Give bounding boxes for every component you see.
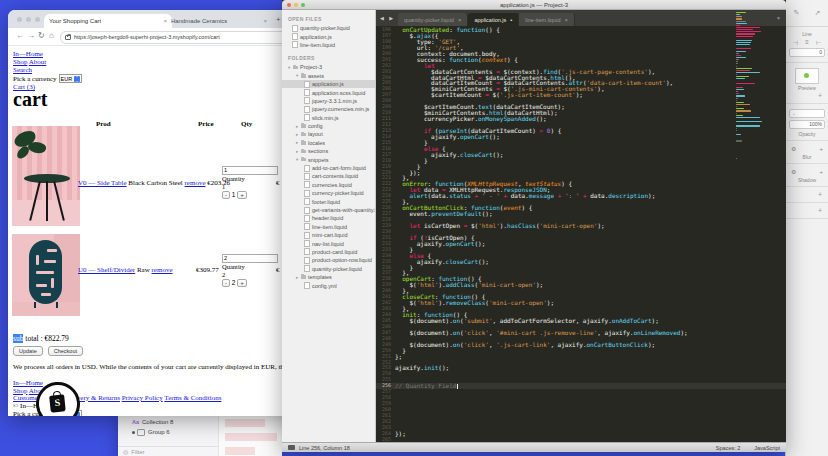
tab-close-icon[interactable]: × xyxy=(257,18,267,24)
product-image-shelf-divider[interactable] xyxy=(12,234,80,316)
tab-overflow-icon[interactable]: ▼ xyxy=(776,15,786,26)
tree-item-cart-contents.liquid[interactable]: cart-contents.liquid xyxy=(282,172,375,180)
tree-item-nav-list.liquid[interactable]: nav-list.liquid xyxy=(282,239,375,247)
align-center-icon[interactable]: ≡ xyxy=(805,39,809,46)
sketch-layer-Collection 8[interactable]: AaCollection 8 xyxy=(118,417,218,427)
editor-tab-quantity-picker.liquid[interactable]: quantity-picker.liquid× xyxy=(398,13,468,26)
checkout-button[interactable]: Checkout xyxy=(48,346,83,356)
open-file-quantity-picker.liquid[interactable]: quantity-picker.liquid xyxy=(282,24,375,32)
remove-link[interactable]: remove xyxy=(152,266,173,274)
tree-item-currencies.liquid[interactable]: currencies.liquid xyxy=(282,181,375,189)
forward-icon[interactable]: → xyxy=(27,31,35,40)
product-title-link[interactable]: V0 — Side Table xyxy=(78,179,127,187)
tree-item-quantity-picker.liquid[interactable]: quantity-picker.liquid xyxy=(282,265,375,273)
quantity-input[interactable] xyxy=(222,254,278,263)
currency-select[interactable]: EUR⌃⌄ xyxy=(59,74,82,83)
minimap-line xyxy=(736,12,746,13)
tab-scroll-icons[interactable]: ◀ ▶ xyxy=(376,15,398,26)
tree-item-Project-3[interactable]: ▾Project-3 xyxy=(282,63,375,71)
nav-home-link[interactable]: In—Home xyxy=(13,50,43,58)
tree-item-jquery-3.3.1.min.js[interactable]: jquery-3.3.1.min.js xyxy=(282,97,375,105)
tree-item-get-variants-with-quantity.liquid[interactable]: get-variants-with-quantity.liquid xyxy=(282,206,375,214)
update-button[interactable]: Update xyxy=(13,346,43,356)
tree-item-application.scss.liquid[interactable]: application.scss.liquid xyxy=(282,88,375,96)
tab-close-icon[interactable]: × xyxy=(565,17,569,23)
syntax-mode[interactable]: JavaScript xyxy=(754,445,780,451)
open-file-line-item.liquid[interactable]: line-item.liquid xyxy=(282,41,375,49)
tree-item-sections[interactable]: ▸sections xyxy=(282,147,375,155)
code-token: init xyxy=(424,364,438,371)
style-dropdown[interactable]: ⌄ xyxy=(789,109,825,118)
product-title-link[interactable]: U0 — Shelf/Divider xyxy=(78,266,135,274)
tree-item-header.liquid[interactable]: header.liquid xyxy=(282,214,375,222)
sketch-layer-Group 6[interactable]: Group 6 xyxy=(118,427,218,437)
add-shadow-button[interactable]: + xyxy=(819,169,823,175)
line-total: € xyxy=(276,179,280,187)
minimap-line xyxy=(736,117,760,118)
code-token: ); xyxy=(536,281,543,288)
tree-item-slick.min.js[interactable]: slick.min.js xyxy=(282,114,375,122)
browser-tab-2[interactable]: Handmade Ceramics× xyxy=(166,14,272,28)
quantity-increase-button[interactable]: + xyxy=(237,279,246,287)
gear-icon[interactable]: ⚙ xyxy=(791,145,796,152)
status-icon[interactable] xyxy=(288,445,295,450)
opacity-field[interactable]: 100% xyxy=(789,120,825,129)
editor-tab-application.js[interactable]: application.js• xyxy=(468,13,519,26)
quantity-input[interactable] xyxy=(222,166,278,175)
nav-shop-link[interactable]: Shop xyxy=(13,58,27,66)
minimap[interactable] xyxy=(736,12,762,162)
nav-about-link[interactable]: About xyxy=(29,58,47,66)
tree-item-templates[interactable]: ▸templates xyxy=(282,273,375,281)
tree-item-product-option-row.liquid[interactable]: product-option-row.liquid xyxy=(282,256,375,264)
minimap-line xyxy=(736,63,738,64)
product-image-side-table[interactable] xyxy=(12,126,80,226)
tree-item-application.js[interactable]: application.js xyxy=(282,80,375,88)
tree-item-footer.liquid[interactable]: footer.liquid xyxy=(282,197,375,205)
tree-item-config.yml[interactable]: config.yml xyxy=(282,281,375,289)
window-controls[interactable] xyxy=(17,17,40,22)
tree-item-assets[interactable]: ▾assets xyxy=(282,72,375,80)
add-style-button[interactable]: + xyxy=(789,91,825,100)
tree-item-currency-picker.liquid[interactable]: currency-picker.liquid xyxy=(282,189,375,197)
reload-icon[interactable]: ↻ xyxy=(38,31,45,40)
vector-icon[interactable]: ↗ xyxy=(815,9,821,17)
code-token: onMoneySpanAdded xyxy=(478,115,536,122)
align-right-icon[interactable]: ⊢ xyxy=(816,39,821,46)
tree-item-mini-cart.liquid[interactable]: mini-cart.liquid xyxy=(282,231,375,239)
add-section-button[interactable]: + xyxy=(789,190,825,199)
browser-tab-1[interactable]: Your Shopping Cart× xyxy=(44,14,172,28)
pencil-icon[interactable]: ✎ xyxy=(794,9,800,17)
tab-close-icon[interactable]: × xyxy=(458,17,462,23)
sketch-filter-bar[interactable]: ◎ Filter xyxy=(118,446,223,456)
new-tab-button[interactable]: + xyxy=(276,15,281,24)
quantity-decrease-button[interactable]: - xyxy=(222,279,230,287)
tree-item-line-item.liquid[interactable]: line-item.liquid xyxy=(282,223,375,231)
inspector-number-field[interactable]: 0 xyxy=(789,48,825,57)
footer-link[interactable]: Terms & Conditions xyxy=(164,394,221,402)
back-icon[interactable]: ← xyxy=(16,31,24,40)
tree-item-config[interactable]: ▸config xyxy=(282,122,375,130)
quantity-increase-button[interactable]: + xyxy=(237,191,246,199)
code-area[interactable]: 196 onCartUpdated: function() {197 $.aja… xyxy=(376,26,786,443)
add-section-button[interactable]: + xyxy=(789,206,825,215)
remove-link[interactable]: remove xyxy=(185,179,206,187)
footer-link[interactable]: Privacy Policy xyxy=(122,394,163,402)
editor-pane[interactable]: ◀ ▶ quantity-picker.liquid×application.j… xyxy=(376,10,786,443)
add-blur-button[interactable]: + xyxy=(819,146,823,152)
tree-item-snippets[interactable]: ▾snippets xyxy=(282,155,375,163)
code-text: $(document).on('click', '#mini-cart .js-… xyxy=(395,330,688,336)
indent-setting[interactable]: Spaces: 2 xyxy=(716,445,740,451)
align-left-icon[interactable]: ⊣ xyxy=(793,39,798,46)
editor-tab-line-item.liquid[interactable]: line-item.liquid× xyxy=(519,13,575,26)
home-icon[interactable]: ⌂ xyxy=(49,31,54,40)
gear-icon[interactable]: ⚙ xyxy=(791,168,796,175)
tree-item-layout[interactable]: ▸layout xyxy=(282,130,375,138)
open-file-application.js[interactable]: application.js xyxy=(282,32,375,40)
tree-item-jquery.currencies.min.js[interactable]: jquery.currencies.min.js xyxy=(282,105,375,113)
tree-item-add-to-cart-form.liquid[interactable]: add-to-cart-form.liquid xyxy=(282,164,375,172)
quantity-decrease-button[interactable]: - xyxy=(222,191,230,199)
tree-item-product-card.liquid[interactable]: product-card.liquid xyxy=(282,248,375,256)
tree-item-locales[interactable]: ▸locales xyxy=(282,139,375,147)
nav-search-link[interactable]: Search xyxy=(13,66,32,74)
window-controls[interactable] xyxy=(287,3,305,7)
